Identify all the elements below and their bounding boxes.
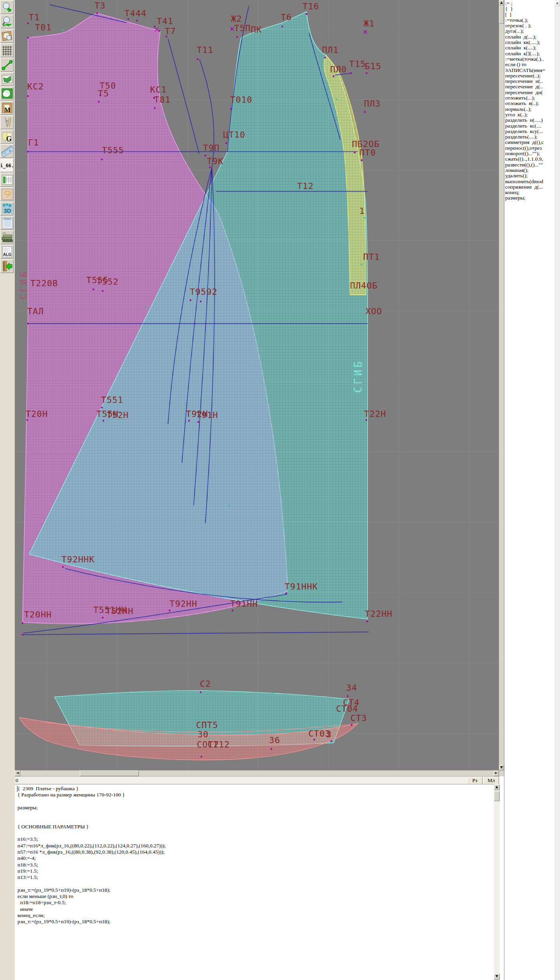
editor-scroll-up-arrow[interactable]: ▲ (494, 784, 500, 790)
command-item[interactable]: отрезок( . ); (504, 23, 555, 28)
editor-scrollbar[interactable]: ▲ ▼ (494, 784, 500, 980)
point-marker (154, 26, 156, 27)
command-item[interactable]: нормаль(..); (504, 107, 555, 112)
point-marker (169, 610, 170, 611)
command-item[interactable]: поворот(()...""); (504, 151, 555, 156)
command-item[interactable]: разделить н(.....) (504, 117, 555, 123)
cursor-position: 0 (16, 777, 18, 784)
document-list-button[interactable] (0, 216, 14, 230)
command-item[interactable]: сопряжение д(... (504, 184, 555, 190)
size-table-button[interactable] (0, 173, 14, 187)
command-item[interactable]: пересечение дн( (504, 90, 555, 95)
scroll-right-arrow[interactable]: ► (494, 770, 499, 776)
point-marker (96, 12, 98, 14)
scroll-down-arrow[interactable]: ▼ (499, 765, 504, 770)
command-panel-scrollbar[interactable]: ▲ (555, 0, 560, 980)
command-item[interactable]: если () то (504, 62, 555, 67)
reference-books-button[interactable] (0, 231, 14, 244)
vertical-scroll-thumb[interactable] (499, 6, 504, 24)
canvas-label: 36 (269, 735, 280, 745)
scroll-up-arrow[interactable]: ▲ (499, 0, 504, 5)
preview-pattern-button[interactable] (0, 29, 14, 43)
command-item[interactable]: ЗАПИСАТЬ(имя= (504, 68, 555, 73)
command-item[interactable]: выполнить(dmod (504, 179, 555, 184)
code-line (18, 811, 494, 817)
i66-button[interactable]: i_66. (0, 159, 14, 172)
zoom-out-button[interactable] (0, 15, 14, 28)
canvas-label: СТ12 (208, 740, 230, 749)
pattern-view-button[interactable] (0, 87, 14, 100)
command-item[interactable]: { } (504, 6, 555, 12)
editor-scroll-down-arrow[interactable]: ▼ (494, 974, 500, 980)
canvas-label: Б15 (365, 61, 382, 71)
command-item[interactable]: пересечение д(.. (504, 84, 555, 89)
canvas-horizontal-scrollbar[interactable]: ◄ ► (15, 770, 499, 776)
panel-scroll-up-arrow[interactable]: ▲ (555, 0, 560, 6)
horizontal-scroll-thumb[interactable] (80, 770, 139, 776)
model-button[interactable]: Мл (483, 777, 499, 784)
code-line: п16:=3.5; (18, 836, 494, 842)
point-marker (236, 36, 238, 38)
code-line: иначе (18, 906, 494, 912)
point-marker (102, 290, 103, 292)
drafting-tools-button[interactable]: A (0, 116, 14, 129)
command-item[interactable]: сплайн к(....); (504, 45, 555, 51)
canvas-label: КС2 (27, 82, 44, 91)
command-item[interactable]: := ; (504, 1, 555, 6)
command-item[interactable]: сплайн к[](....); (504, 51, 555, 56)
command-item[interactable]: пересечение(..); (504, 73, 555, 79)
command-item[interactable]: :=точка(.); (504, 18, 555, 23)
command-item[interactable]: пересечение н(.. (504, 79, 555, 84)
canvas-label: Т010 (230, 95, 252, 105)
command-item[interactable]: разделить кс(.... (504, 123, 555, 129)
sketch-button[interactable] (0, 72, 14, 86)
command-item[interactable]: :=метка(точка(.).. (504, 56, 555, 62)
zoom-in-button[interactable] (0, 0, 14, 14)
command-item[interactable]: удалить(); (504, 173, 555, 178)
command-item[interactable]: конец; (504, 190, 555, 195)
pattern-canvas[interactable]: Т1Т01Т3Т444Т41Т7Ж2Т5ППКТ6Т16Ж1ПЛ1ПЛ0Т15Б… (15, 0, 499, 770)
command-item[interactable]: [ ] (504, 12, 555, 18)
algorithm-editor[interactable]: { 2309 Платье - рубашка }{ Разработано н… (15, 784, 494, 980)
command-item[interactable]: симметрия д((),с (504, 140, 555, 145)
pattern-g-button[interactable]: G (0, 130, 14, 144)
command-item[interactable]: отложить(...); (504, 95, 555, 101)
exit-button[interactable] (0, 259, 14, 273)
canvas-label: Т555 (102, 145, 124, 155)
grid-button[interactable] (0, 44, 14, 57)
command-item[interactable]: разделить ксу(... (504, 129, 555, 134)
command-item[interactable]: перенос((),отрез (504, 145, 555, 151)
scroll-left-arrow[interactable]: ◄ (15, 770, 20, 776)
razmer-button[interactable]: Рз (467, 777, 483, 784)
command-item[interactable]: сплайн кк(.....); (504, 40, 555, 45)
point-marker (136, 20, 138, 21)
command-item[interactable]: размеры; (504, 195, 555, 201)
command-item[interactable]: сжать(()..,1.1.0.9, (504, 156, 555, 162)
point-marker (198, 421, 199, 423)
view-3d-button[interactable]: 3D (0, 202, 14, 215)
canvas-label: Т16 (303, 2, 319, 11)
code-line: п47:=п16*л_фнк(рз_16,((80,0.22),(112,0.2… (18, 843, 494, 849)
command-item[interactable]: разделить(....); (504, 134, 555, 140)
command-item[interactable]: развести((),()..."" (504, 162, 555, 168)
point-marker (200, 691, 201, 693)
command-item[interactable]: ломаная(); (504, 168, 555, 173)
command-item[interactable]: дуга(...); (504, 28, 555, 34)
canvas-label: Т9К (207, 156, 224, 166)
pattern-m-button[interactable]: M (0, 101, 14, 115)
canvas-vertical-scrollbar[interactable]: ▲ ▼ (499, 0, 504, 770)
algorithm-button[interactable]: ALG (0, 245, 14, 259)
command-item[interactable]: сплайн д(....); (504, 34, 555, 40)
point-marker (201, 756, 202, 758)
pattern-g-icon: G (1, 131, 13, 143)
model-photo-button[interactable] (0, 187, 14, 201)
point-marker (351, 724, 352, 726)
command-item[interactable]: угол к(..); (504, 112, 555, 117)
segment-button[interactable] (0, 58, 14, 72)
ruler-button[interactable]: 78 (0, 144, 14, 158)
svg-text:3D: 3D (4, 207, 11, 214)
point-marker (26, 419, 28, 421)
canvas-label: ПЛ1 (322, 45, 339, 55)
command-item[interactable]: отложить в(..); (504, 101, 555, 106)
editor-scroll-thumb[interactable] (494, 791, 500, 801)
